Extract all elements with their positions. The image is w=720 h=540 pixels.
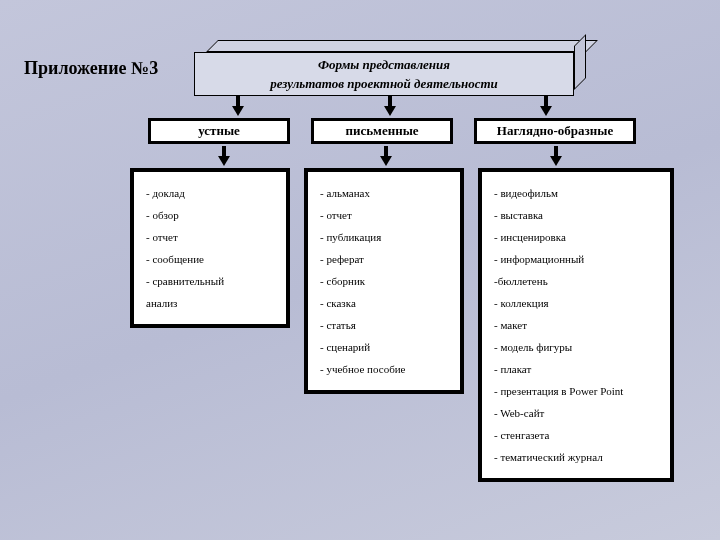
list-item: коллекция — [494, 292, 658, 314]
list-item: презентация в Power Point — [494, 380, 658, 402]
header-3d-box: Формы представления результатов проектно… — [194, 40, 588, 96]
list-item: видеофильм — [494, 182, 658, 204]
list-item: отчет — [320, 204, 448, 226]
page-title: Приложение №3 — [24, 58, 158, 79]
box-oral: докладобзоротчетсообщениесравнительныйан… — [130, 168, 290, 328]
list-item: модель фигуры — [494, 336, 658, 358]
list-item: стенгазета — [494, 424, 658, 446]
arrow-down-icon — [540, 96, 552, 118]
list-item: сценарий — [320, 336, 448, 358]
header-line-1: Формы представления — [318, 55, 450, 75]
arrow-down-icon — [232, 96, 244, 118]
box-visual: видеофильмвыставкаинсценировкаинформацио… — [478, 168, 674, 482]
arrow-down-icon — [384, 96, 396, 118]
col-header-visual: Наглядно-образные — [474, 118, 636, 144]
box-written: альманахотчетпубликациярефератсборникска… — [304, 168, 464, 394]
list-item: -бюллетень — [494, 270, 658, 292]
list-item: публикация — [320, 226, 448, 248]
header-top-face — [206, 40, 598, 52]
list-item: доклад — [146, 182, 274, 204]
list-item: альманах — [320, 182, 448, 204]
arrow-down-icon — [380, 146, 392, 168]
list-item: выставка — [494, 204, 658, 226]
header-line-2: результатов проектной деятельности — [270, 74, 498, 94]
list-item: сказка — [320, 292, 448, 314]
header-side-face — [574, 34, 586, 90]
list-item: анализ — [146, 292, 274, 314]
list-item: сборник — [320, 270, 448, 292]
list-item: плакат — [494, 358, 658, 380]
col-header-written: письменные — [311, 118, 453, 144]
arrow-down-icon — [218, 146, 230, 168]
list-item: тематический журнал — [494, 446, 658, 468]
list-item: обзор — [146, 204, 274, 226]
arrow-down-icon — [550, 146, 562, 168]
header-front-face: Формы представления результатов проектно… — [194, 52, 574, 96]
list-item: реферат — [320, 248, 448, 270]
list-item: Web-сайт — [494, 402, 658, 424]
col-header-oral: устные — [148, 118, 290, 144]
list-item: учебное пособие — [320, 358, 448, 380]
list-item: макет — [494, 314, 658, 336]
list-item: отчет — [146, 226, 274, 248]
list-item: сообщение — [146, 248, 274, 270]
list-item: инсценировка — [494, 226, 658, 248]
list-item: статья — [320, 314, 448, 336]
list-item: сравнительный — [146, 270, 274, 292]
list-item: информационный — [494, 248, 658, 270]
